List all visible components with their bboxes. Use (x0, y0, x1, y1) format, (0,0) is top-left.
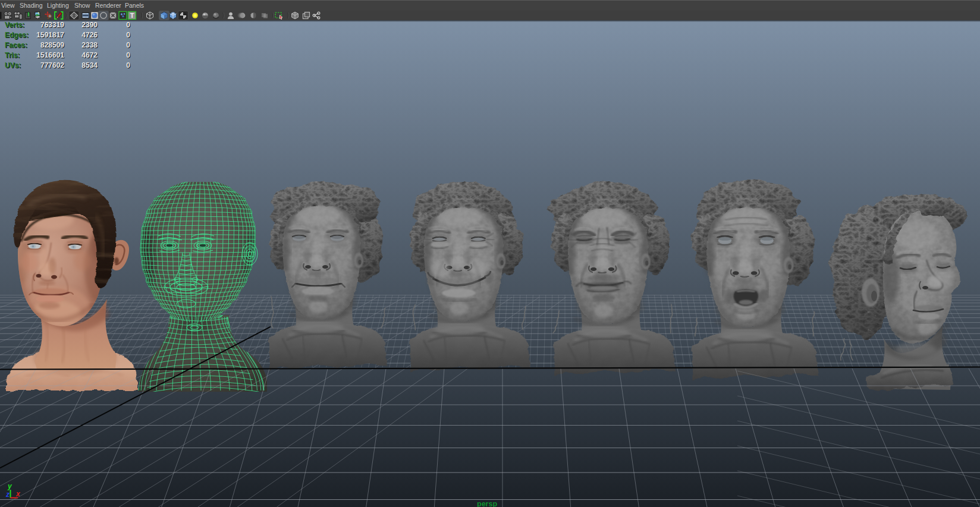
grid-line (397, 295, 412, 367)
toolbar-icon-shaded-mode[interactable] (161, 12, 168, 19)
toolbar-icon-use-all-lights[interactable] (192, 12, 198, 18)
hud-value-total: 763319 (5, 21, 64, 29)
toolbar-separator (288, 12, 288, 18)
view-axis-indicator: yxz (5, 482, 21, 499)
menu-lighting[interactable]: Lighting (47, 1, 69, 11)
grid-line (680, 295, 691, 367)
grid-line (737, 421, 980, 479)
toolbar-icon-bookmarks[interactable] (26, 12, 31, 19)
head-textured[interactable] (6, 181, 138, 391)
head-scan-openmouth[interactable] (692, 179, 818, 380)
camera-name-label: persp (477, 500, 497, 507)
grid-line (561, 369, 571, 507)
toolbar-icon-pan-zoom-2d[interactable] (45, 11, 52, 19)
hud-value-total: 828509 (5, 41, 64, 49)
grid-line (737, 446, 980, 504)
viewport-3d[interactable]: yxz Verts:76331923900Edges:159181747260F… (0, 20, 980, 507)
panel-toolbar: T (0, 11, 980, 20)
viewport-canvas: yxz (0, 20, 980, 507)
toolbar-separator (142, 12, 142, 18)
grid-line (237, 369, 436, 507)
toolbar-icon-depth-of-field[interactable] (262, 13, 268, 18)
hud-value-total: 1591817 (5, 31, 64, 39)
toolbar-icon-textured-mode[interactable] (180, 12, 187, 19)
toolbar-icon-safe-title[interactable]: T (128, 12, 136, 20)
toolbar-icon-hud-toggle[interactable] (119, 12, 127, 20)
menu-show[interactable]: Show (74, 1, 90, 11)
application-window: ViewShadingLightingShowRendererPanels T (0, 0, 980, 507)
grid-line (619, 369, 639, 507)
grid-line (537, 295, 539, 367)
hud-value-col2: 4672 (62, 51, 98, 59)
hud-value-col2: 2338 (62, 41, 98, 49)
hud-value-col3: 0 (98, 31, 130, 39)
y-axis-label: y (7, 482, 12, 490)
toolbar-icon-motion-blur[interactable] (238, 13, 246, 18)
grid-line (969, 369, 980, 507)
hud-value-total: 777602 (5, 61, 64, 70)
toolbar-separator (272, 12, 273, 18)
head-scan-scrunch[interactable] (548, 181, 676, 376)
x-axis-label: x (15, 490, 21, 498)
head-scan-neutral[interactable] (269, 181, 387, 370)
hud-value-col3: 0 (98, 21, 130, 29)
toolbar-icon-camera-attributes[interactable] (14, 12, 22, 19)
menu-panels[interactable]: Panels (125, 1, 144, 11)
toolbar-icon-gate-mask[interactable] (91, 12, 99, 20)
grid-line (366, 369, 386, 507)
svg-text:T: T (130, 12, 134, 19)
toolbar-icon-resolution-gate[interactable] (82, 13, 89, 18)
scene-heads (6, 175, 967, 399)
toolbar-icon-gamma-layers[interactable] (303, 12, 310, 19)
toolbar-icon-wireframe-on-shaded[interactable] (170, 12, 177, 19)
head-wireframe[interactable] (138, 175, 267, 399)
hud-value-col3: 0 (98, 61, 130, 70)
grid-line (551, 295, 552, 367)
toolbar-icon-multisample-aa[interactable] (250, 12, 256, 18)
toolbar-icon-safe-action[interactable] (109, 12, 117, 19)
grid-line (544, 295, 546, 367)
toolbar-separator (223, 12, 224, 18)
menu-shading[interactable]: Shading (20, 1, 43, 11)
grid-line (814, 295, 839, 367)
hud-value-col2: 8534 (62, 61, 98, 70)
grid-line (736, 369, 775, 507)
grid-line (530, 295, 533, 367)
hud-value-col3: 0 (98, 51, 130, 59)
hud-value-col2: 4726 (62, 31, 98, 39)
toolbar-edge-chip (0, 12, 2, 19)
head-scan-smile[interactable] (410, 182, 530, 371)
toolbar-icon-isolate-select[interactable] (228, 12, 234, 19)
toolbar-icons-canvas: T (0, 11, 980, 20)
toolbar-icon-image-plane[interactable] (34, 12, 42, 19)
head-scan-turned[interactable] (830, 194, 967, 391)
toolbar-icon-exposure[interactable] (292, 12, 299, 19)
toolbar-icon-ambient-occlusion[interactable] (213, 12, 219, 18)
hud-value-col3: 0 (98, 41, 130, 49)
toolbar-icon-wireframe-mode[interactable] (147, 12, 153, 19)
grid-line (298, 369, 328, 507)
hud-value-total: 1516601 (5, 51, 64, 59)
toolbar-icon-xray-select[interactable] (275, 12, 282, 19)
menu-view[interactable]: View (1, 1, 15, 11)
toolbar-icon-grease-pencil[interactable] (55, 12, 63, 19)
toolbar-icon-screenshot-share[interactable] (313, 12, 320, 19)
menu-renderer[interactable]: Renderer (95, 1, 121, 11)
toolbar-icon-select-camera[interactable] (4, 12, 12, 19)
panel-menu-bar: ViewShadingLightingShowRendererPanels (0, 0, 980, 11)
z-axis-label: z (5, 490, 10, 499)
toolbar-separator (66, 12, 67, 18)
hud-value-col2: 2390 (62, 21, 98, 29)
grid-line (677, 369, 707, 507)
toolbar-icon-shadows[interactable] (202, 12, 208, 18)
grid-line (674, 295, 684, 367)
